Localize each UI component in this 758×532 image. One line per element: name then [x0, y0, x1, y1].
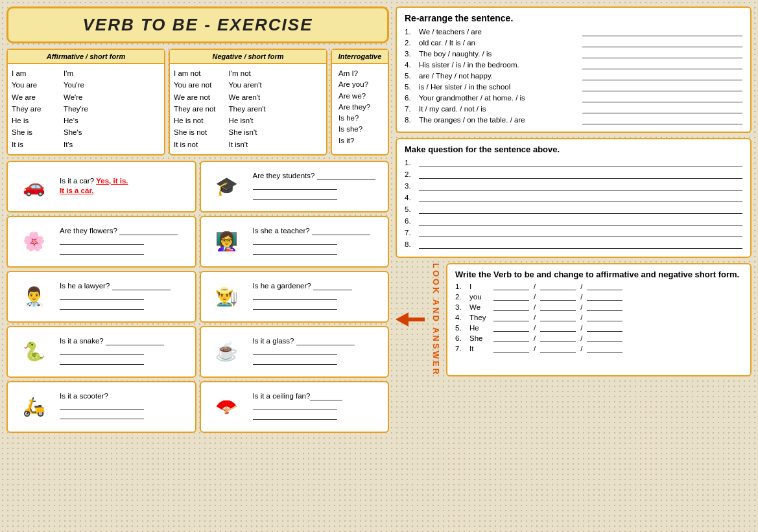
grammar-row: You are not	[174, 80, 216, 91]
car-icon: 🚗	[11, 165, 56, 207]
exercise-item-flowers: 🌸 Are they flowers?	[6, 216, 196, 268]
grammar-row: It's	[64, 139, 102, 150]
affirmative-header: Affirmative / short form	[8, 50, 164, 64]
grammar-row: It is not	[174, 139, 216, 150]
grammar-row: Is she?	[338, 124, 381, 135]
grammar-row: Are you?	[338, 79, 381, 90]
make-question-title: Make question for the sentence above.	[405, 145, 742, 154]
verb-be-title: Write the Verb to be and change to affir…	[455, 270, 742, 279]
students-icon: 🎓	[204, 165, 250, 207]
interrogative-header: Interrogative	[332, 50, 388, 64]
rearrange-item: 2. old car. / It is / an	[405, 38, 742, 47]
question-item: 2.	[405, 170, 742, 179]
rearrange-box: Re-arrange the sentence. 1. We / teacher…	[396, 6, 752, 133]
grammar-row: Is he?	[338, 113, 381, 124]
exercise-text-lawyer: Is he a lawyer?	[60, 282, 192, 312]
exercise-item-teacher: 👩‍🏫 Is she a teacher?	[200, 216, 390, 268]
grammar-row: He is	[12, 115, 51, 126]
verb-be-item: 6. She / /	[455, 334, 742, 342]
grammar-row: Are we?	[338, 91, 381, 102]
question-item: 5.	[405, 205, 742, 214]
grammar-row: I'm not	[229, 68, 268, 79]
grammar-row: She is	[12, 127, 51, 138]
negative-header: Negative / short form	[170, 50, 326, 64]
teacher-icon: 👩‍🏫	[204, 220, 250, 262]
negative-box: Negative / short form I am not You are n…	[169, 49, 327, 156]
exercise-grid: 🚗 Is it a car? Yes, it is. It is a car. …	[6, 161, 389, 433]
exercise-item-lawyer: 👨‍⚕️ Is he a lawyer?	[6, 271, 196, 323]
gardener-icon: 👨‍🌾	[204, 275, 250, 318]
title-box: VERB TO BE - EXERCISE	[6, 6, 389, 43]
lawyer-icon: 👨‍⚕️	[11, 275, 56, 318]
verb-be-box: Write the Verb to be and change to affir…	[446, 263, 752, 376]
grammar-row: They're	[64, 104, 102, 115]
affirmative-content: I am You are We are They are He is She i…	[8, 64, 164, 154]
grammar-row: Am I?	[338, 68, 381, 79]
grammar-row: It is	[12, 139, 51, 150]
exercise-text-snake: Is it a snake?	[60, 337, 192, 367]
grammar-row: She is not	[174, 127, 216, 138]
exercise-text-flowers: Are they flowers?	[60, 227, 192, 257]
interrogative-content: Am I? Are you? Are we? Are they? Is he? …	[332, 64, 388, 150]
grammar-row: They are not	[174, 104, 216, 115]
grammar-row: I am not	[174, 68, 216, 79]
rearrange-item: 5. are / They / not happy.	[405, 71, 742, 80]
make-question-box: Make question for the sentence above. 1.…	[396, 138, 752, 258]
affirmative-box: Affirmative / short form I am You are We…	[6, 49, 165, 156]
exercise-text-students: Are they students?	[253, 172, 385, 202]
verb-be-item: 5. He / /	[455, 323, 742, 332]
exercise-item-scooter: 🛵 Is it a scooter?	[6, 381, 196, 433]
look-answer-label: LOOK AND ANSWER	[430, 263, 442, 376]
verb-be-item: 7. It / /	[455, 344, 742, 353]
look-answer-wrapper: LOOK AND ANSWER Write the Verb to be and…	[396, 263, 752, 376]
question-item: 8.	[405, 240, 742, 249]
exercise-text-scooter: Is it a scooter?	[60, 392, 192, 421]
verb-be-item: 2. you / /	[455, 292, 742, 301]
negative-short-col: I'm not You aren't We aren't They aren't…	[229, 68, 268, 150]
grammar-row: He is not	[174, 115, 216, 126]
rearrange-item: 6. Your grandmother / at home. / is	[405, 93, 742, 102]
scooter-icon: 🛵	[11, 386, 56, 428]
exercise-item-glass: ☕ Is it a glass?	[200, 326, 390, 378]
grammar-row: He's	[64, 115, 102, 126]
arrow-left-icon	[396, 312, 425, 327]
grammar-row: You're	[64, 80, 102, 91]
question-item: 4.	[405, 193, 742, 202]
exercise-text-ceiling-fan: Is it a ceiling fan?	[253, 392, 385, 422]
rearrange-item: 4. His sister / is / in the bedroom.	[405, 60, 742, 69]
grammar-row: It isn't	[229, 139, 268, 150]
affirmative-full-col: I am You are We are They are He is She i…	[12, 68, 51, 150]
grammar-row: She isn't	[229, 127, 268, 138]
grammar-row: Are they?	[338, 102, 381, 113]
negative-full-col: I am not You are not We are not They are…	[174, 68, 216, 150]
grammar-row: I'm	[64, 68, 102, 79]
question-item: 3.	[405, 181, 742, 191]
verb-be-item: 1. I / /	[455, 282, 742, 290]
question-item: 7.	[405, 228, 742, 237]
ceiling-fan-icon: 🪭	[204, 386, 250, 428]
grammar-row: I am	[12, 68, 51, 79]
svg-marker-0	[396, 312, 425, 327]
grammar-row: We aren't	[229, 92, 268, 103]
grammar-row: We're	[64, 92, 102, 103]
question-item: 1.	[405, 158, 742, 167]
rearrange-item: 5. is / Her sister / in the school	[405, 82, 742, 91]
exercise-item-ceiling-fan: 🪭 Is it a ceiling fan?	[200, 381, 390, 433]
exercise-text-gardener: Is he a gardener?	[253, 282, 385, 312]
rearrange-title: Re-arrange the sentence.	[405, 13, 742, 23]
exercise-item-snake: 🐍 Is it a snake?	[6, 326, 196, 378]
grammar-row: You aren't	[229, 80, 268, 91]
exercise-item-students: 🎓 Are they students?	[200, 161, 390, 213]
flowers-icon: 🌸	[11, 220, 56, 262]
grammar-row: Is it?	[338, 135, 381, 146]
grammar-row: We are not	[174, 92, 216, 103]
verb-be-item: 4. They / /	[455, 313, 742, 321]
negative-content: I am not You are not We are not They are…	[170, 64, 326, 154]
grammar-section: Affirmative / short form I am You are We…	[6, 49, 389, 156]
exercise-text-car: Is it a car? Yes, it is. It is a car.	[60, 177, 192, 196]
rearrange-item: 1. We / teachers / are	[405, 27, 742, 36]
main-title: VERB TO BE - EXERCISE	[15, 15, 381, 35]
affirmative-short-col: I'm You're We're They're He's She's It's	[64, 68, 102, 150]
grammar-row: He isn't	[229, 115, 268, 126]
rearrange-item: 7. It / my card. / not / is	[405, 104, 742, 113]
